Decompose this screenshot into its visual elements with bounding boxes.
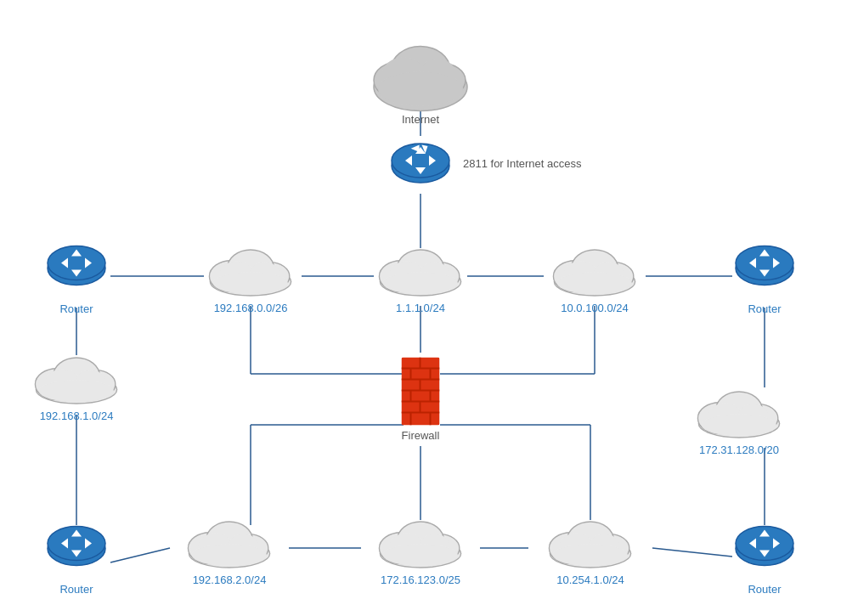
router-right-bot-label: Router xyxy=(748,583,781,596)
cloud-center-icon xyxy=(374,239,467,298)
svg-point-45 xyxy=(383,273,458,295)
cloud-right-mid: 172.31.128.0/20 xyxy=(692,381,786,456)
svg-point-101 xyxy=(702,415,776,437)
cloud-bot-center-icon xyxy=(374,511,467,570)
cloud-right-mid-label: 172.31.128.0/20 xyxy=(699,444,779,456)
svg-point-120 xyxy=(192,545,267,567)
cloud-left-label: 192.168.0.0/26 xyxy=(214,302,288,314)
router-left-top-node: Router xyxy=(46,238,107,315)
cloud-center: 1.1.1.0/24 xyxy=(374,239,467,314)
router-right-top-icon xyxy=(734,238,795,299)
router-left-bot-node: Router xyxy=(46,518,107,596)
svg-line-18 xyxy=(110,548,170,562)
internet-label: Internet xyxy=(402,113,439,126)
router-top-icon xyxy=(390,135,451,196)
router-left-bot-icon xyxy=(46,518,107,579)
router-right-bot-icon xyxy=(734,518,795,579)
svg-point-134 xyxy=(553,545,628,567)
cloud-center-label: 1.1.1.0/24 xyxy=(396,302,445,314)
cloud-right-icon xyxy=(548,239,641,298)
internet-node: Internet xyxy=(361,28,480,126)
cloud-bot-right-label: 10.254.1.0/24 xyxy=(556,574,624,586)
svg-point-59 xyxy=(557,273,632,295)
router-right-top-node: Router xyxy=(734,238,795,315)
svg-point-52 xyxy=(213,273,288,295)
firewall-icon xyxy=(402,358,440,426)
internet-cloud-icon xyxy=(361,28,480,113)
cloud-bot-center-label: 172.16.123.0/25 xyxy=(381,574,460,586)
top-router-annotation: 2811 for Internet access xyxy=(463,157,581,170)
cloud-left-mid-icon xyxy=(30,347,123,406)
svg-point-94 xyxy=(39,381,114,403)
svg-point-30 xyxy=(378,72,463,106)
cloud-right-label: 10.0.100.0/24 xyxy=(561,302,629,314)
router-right-top-label: Router xyxy=(748,302,781,315)
svg-point-127 xyxy=(383,545,458,567)
cloud-left-icon xyxy=(204,239,297,298)
cloud-left: 192.168.0.0/26 xyxy=(204,239,297,314)
router-right-bot-node: Router xyxy=(734,518,795,596)
cloud-bot-right: 10.254.1.0/24 xyxy=(544,511,637,586)
cloud-right-mid-icon xyxy=(692,381,786,440)
cloud-bot-left: 192.168.2.0/24 xyxy=(183,511,276,586)
cloud-bot-left-label: 192.168.2.0/24 xyxy=(193,574,267,586)
cloud-bot-center: 172.16.123.0/25 xyxy=(374,511,467,586)
cloud-bot-left-icon xyxy=(183,511,276,570)
cloud-bot-right-icon xyxy=(544,511,637,570)
svg-line-21 xyxy=(652,548,732,557)
router-top-node xyxy=(390,135,451,196)
cloud-right: 10.0.100.0/24 xyxy=(548,239,641,314)
cloud-left-mid-label: 192.168.1.0/24 xyxy=(40,410,114,422)
router-left-top-icon xyxy=(46,238,107,299)
network-diagram: Internet 2811 for Internet access xyxy=(0,0,841,616)
firewall-label: Firewall xyxy=(402,429,440,442)
cloud-left-mid: 192.168.1.0/24 xyxy=(30,347,123,422)
firewall-node: Firewall xyxy=(402,358,440,442)
router-left-top-label: Router xyxy=(59,302,93,315)
router-left-bot-label: Router xyxy=(59,583,93,596)
